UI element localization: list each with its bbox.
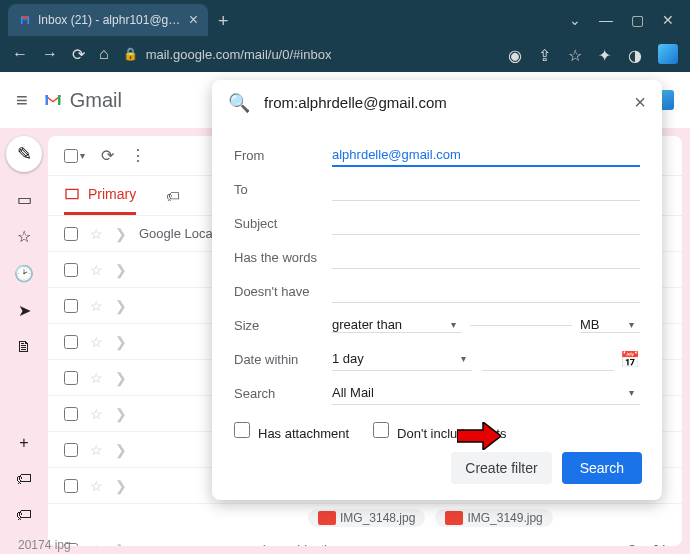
row-checkbox[interactable] — [64, 479, 78, 493]
attachment-chip[interactable]: IMG_3149.jpg — [435, 509, 552, 527]
url-box[interactable]: 🔒 mail.google.com/mail/u/0/#inbox — [123, 47, 494, 62]
star-icon[interactable]: ☆ — [90, 442, 103, 458]
label-icon-2[interactable]: 🏷 — [16, 506, 32, 524]
attachment-chip[interactable]: IMG_3148.jpg — [308, 509, 425, 527]
attachments-row: IMG_3148.jpg IMG_3149.jpg — [48, 504, 682, 532]
row-checkbox[interactable] — [64, 443, 78, 457]
clear-search-icon[interactable]: × — [634, 91, 646, 114]
important-icon[interactable]: ❯ — [115, 406, 127, 422]
row-checkbox[interactable] — [64, 335, 78, 349]
annotation-arrow — [457, 422, 501, 454]
compose-button[interactable]: ✎ — [6, 136, 42, 172]
important-icon[interactable]: ❯ — [115, 226, 127, 242]
important-icon[interactable]: ❯ — [115, 478, 127, 494]
select-all[interactable]: ▾ — [64, 149, 85, 163]
important-icon[interactable]: ❯ — [115, 298, 127, 314]
label-to: To — [234, 182, 332, 197]
doesnt-have-field[interactable] — [332, 279, 640, 303]
tab-primary[interactable]: Primary — [64, 176, 136, 215]
search-icon[interactable]: 🔍 — [228, 92, 250, 114]
starred-icon[interactable]: ☆ — [17, 227, 31, 246]
search-bar: 🔍 × — [212, 80, 662, 126]
label-has-words: Has the words — [234, 250, 332, 265]
label-from: From — [234, 148, 332, 163]
sent-icon[interactable]: ➤ — [18, 301, 31, 320]
row-checkbox[interactable] — [64, 371, 78, 385]
snoozed-icon[interactable]: 🕑 — [14, 264, 34, 283]
row-checkbox[interactable] — [64, 407, 78, 421]
search-button[interactable]: Search — [562, 452, 642, 484]
size-operator-select[interactable]: greater than▾ — [332, 317, 462, 333]
window-close-icon[interactable]: ✕ — [662, 12, 674, 28]
gmail-favicon — [18, 13, 32, 27]
date-within-select[interactable]: 1 day▾ — [332, 347, 472, 371]
important-icon[interactable]: ❯ — [115, 542, 127, 547]
tab-close-icon[interactable]: × — [189, 11, 198, 29]
create-filter-button[interactable]: Create filter — [451, 452, 551, 484]
star-icon[interactable]: ☆ — [90, 406, 103, 422]
share-icon[interactable]: ⇪ — [538, 46, 554, 62]
label-size: Size — [234, 318, 332, 333]
subject-field[interactable] — [332, 211, 640, 235]
extension-icon[interactable]: ✦ — [598, 46, 614, 62]
refresh-icon[interactable]: ⟳ — [101, 146, 114, 165]
star-icon[interactable]: ☆ — [568, 46, 584, 62]
star-icon[interactable]: ☆ — [90, 262, 103, 278]
window-maximize-icon[interactable]: ▢ — [631, 12, 644, 28]
alphr-extension-icon[interactable] — [658, 44, 678, 64]
to-field[interactable] — [332, 177, 640, 201]
url-text: mail.google.com/mail/u/0/#inbox — [146, 47, 332, 62]
drafts-icon[interactable]: 🗎 — [16, 338, 32, 356]
important-icon[interactable]: ❯ — [115, 370, 127, 386]
row-checkbox[interactable] — [64, 299, 78, 313]
mail-row[interactable]: ☆ ❯ me (no subject) Sep 24 — [48, 532, 682, 546]
star-icon[interactable]: ☆ — [90, 298, 103, 314]
size-unit-select[interactable]: MB▾ — [580, 317, 640, 333]
browser-tab[interactable]: Inbox (21) - alphr101@gmail.com × — [8, 4, 208, 36]
lock-icon: 🔒 — [123, 47, 138, 61]
search-folder-select[interactable]: All Mail▾ — [332, 381, 640, 405]
important-icon[interactable]: ❯ — [115, 334, 127, 350]
select-all-checkbox[interactable] — [64, 149, 78, 163]
calendar-icon[interactable]: 📅 — [620, 350, 640, 369]
important-icon[interactable]: ❯ — [115, 262, 127, 278]
more-icon[interactable]: ⋮ — [130, 146, 146, 165]
has-attachment-check[interactable]: Has attachment — [234, 422, 349, 441]
star-icon[interactable]: ☆ — [90, 478, 103, 494]
footer-filename: 20174 ipg — [18, 538, 71, 552]
tab-promotions-icon[interactable]: 🏷 — [166, 188, 180, 204]
row-checkbox[interactable] — [64, 263, 78, 277]
date: Sep 24 — [628, 543, 666, 547]
home-icon[interactable]: ⌂ — [99, 45, 109, 63]
label-date-within: Date within — [234, 352, 332, 367]
reload-icon[interactable]: ⟳ — [72, 45, 85, 64]
star-icon[interactable]: ☆ — [90, 542, 103, 547]
tab-title: Inbox (21) - alphr101@gmail.com — [38, 13, 183, 27]
label-icon[interactable]: 🏷 — [16, 470, 32, 488]
image-icon — [445, 511, 463, 525]
browser-address-bar: ← → ⟳ ⌂ 🔒 mail.google.com/mail/u/0/#inbo… — [0, 36, 690, 72]
star-icon[interactable]: ☆ — [90, 226, 103, 242]
window-chevron-icon[interactable]: ⌄ — [569, 12, 581, 28]
gmail-logo: Gmail — [40, 89, 122, 112]
new-tab-button[interactable]: + — [218, 11, 229, 32]
window-minimize-icon[interactable]: — — [599, 12, 613, 28]
select-dropdown-icon[interactable]: ▾ — [80, 150, 85, 161]
from-field[interactable]: alphrdelle@gmail.com — [332, 143, 640, 167]
search-input[interactable] — [264, 94, 620, 111]
profile-icon[interactable]: ◑ — [628, 46, 644, 62]
star-icon[interactable]: ☆ — [90, 370, 103, 386]
has-words-field[interactable] — [332, 245, 640, 269]
back-icon[interactable]: ← — [12, 45, 28, 63]
date-field[interactable] — [482, 347, 614, 371]
gmail-page: ≡ Gmail ?⃝ ⚙ ⠿ ✎ ▭ ☆ 🕑 ➤ 🗎 + 🏷 🏷 — [0, 72, 690, 554]
star-icon[interactable]: ☆ — [90, 334, 103, 350]
inbox-icon[interactable]: ▭ — [17, 190, 32, 209]
row-checkbox[interactable] — [64, 227, 78, 241]
add-label-icon[interactable]: + — [19, 434, 28, 452]
important-icon[interactable]: ❯ — [115, 442, 127, 458]
size-value-field[interactable] — [470, 325, 572, 326]
forward-icon[interactable]: → — [42, 45, 58, 63]
menu-icon[interactable]: ≡ — [16, 89, 28, 112]
eye-icon[interactable]: ◉ — [508, 46, 524, 62]
